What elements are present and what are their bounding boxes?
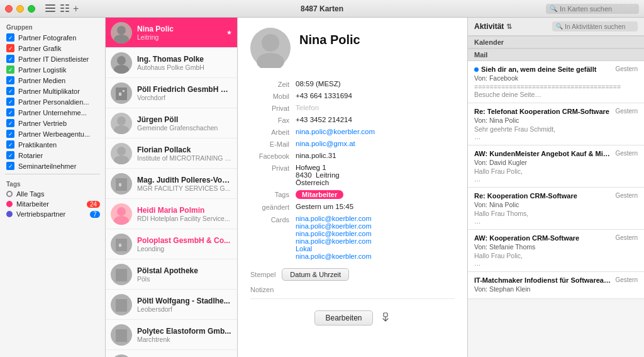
contact-item-juergen-poell[interactable]: Jürgen Pöll Gemeinde Grafenschachen [106, 108, 237, 139]
contact-item-poeltl-wolfgang[interactable]: Pöltl Wolfgang - Stadlhe... Leobersdorf [106, 290, 237, 320]
sidebar-item-partner-grafik[interactable]: ✓ Partner Grafik [0, 43, 105, 54]
checkbox-partner-logistik[interactable]: ✓ [6, 65, 14, 74]
contact-item-poelstal[interactable]: Pölstal Apotheke Pöls [106, 259, 237, 290]
contact-item-thomas-polke[interactable]: Ing. Thomas Polke Autohaus Polke GmbH [106, 48, 237, 78]
activity-search[interactable]: 🔍 [552, 21, 638, 31]
sort-icon[interactable]: ⇅ [506, 23, 512, 31]
sidebar-item-partner-medien[interactable]: ✓ Partner Medien [0, 75, 105, 86]
sidebar-item-partner-it[interactable]: ✓ Partner IT Dienstleister [0, 54, 105, 64]
mail-subject: AW: KundenMeister Angebot Kauf & Miete [474, 150, 611, 157]
card-link-4[interactable]: nina.polic@koerbler.com [296, 237, 453, 245]
stempel-button[interactable]: Datum & Uhrzeit [282, 268, 349, 281]
contact-item-polytec-for-car[interactable]: POLYTEC FOR Car Styli... Hörsching [106, 350, 237, 357]
sidebar-item-partner-logistik[interactable]: ✓ Partner Logistik [0, 64, 105, 75]
checkbox-partner-medien[interactable]: ✓ [6, 76, 14, 84]
sidebar-label: Partner Werbeagentu... [18, 130, 100, 138]
share-button[interactable] [380, 310, 391, 326]
card-link-lokal[interactable]: Lokal [296, 245, 453, 252]
tag-pill-mitarbeiter[interactable]: Mitarbeiter [296, 190, 343, 199]
sidebar-item-partner-fotografen[interactable]: ✓ Partner Fotografen [0, 32, 105, 43]
minimize-button[interactable] [16, 5, 24, 13]
mail-item-kooperation-re[interactable]: Re: Kooperation CRM-Software Gestern Von… [468, 188, 644, 230]
global-search[interactable]: 🔍 [546, 4, 639, 14]
mail-subject: IT-Matchmaker Infodienst für Softwareanb… [474, 276, 611, 284]
checkbox-partner-personal[interactable]: ✓ [6, 98, 14, 106]
mail-date: Gestern [615, 234, 638, 241]
sidebar-item-mitarbeiter[interactable]: Mitarbeiter 24 [0, 199, 105, 209]
sidebar-item-partner-multiplikator[interactable]: ✓ Partner Multiplikator [0, 86, 105, 96]
grid-icon[interactable] [45, 4, 55, 12]
detail-pane: Nina Polic Zeit 08:59 (MESZ) Mobil +43 6… [238, 18, 468, 357]
mail-item-kooperation-aw[interactable]: AW: Kooperation CRM-Software Gestern Von… [468, 230, 644, 272]
sidebar-item-partner-werbe[interactable]: ✓ Partner Werbeagentu... [0, 128, 105, 139]
list-icon[interactable] [60, 4, 69, 13]
svg-rect-12 [119, 183, 121, 186]
sidebar-item-seminarteilnehmer[interactable]: ✓ Seminarteilnehmer [0, 161, 105, 171]
field-value-cards: nina.polic@koerbler.com nina.polic@koerb… [296, 215, 453, 260]
sidebar-item-praktikanten[interactable]: ✓ Praktikanten [0, 139, 105, 150]
detail-row-zeit: Zeit 08:59 (MESZ) [252, 78, 453, 90]
checkbox-partner-fotografen[interactable]: ✓ [6, 33, 14, 42]
card-link-5[interactable]: nina.polic@koerbler.com [296, 252, 453, 260]
mail-item-telefonat[interactable]: Re: Telefonat Kooperation CRM-Software G… [468, 103, 644, 145]
contact-info: Mag. Judith Polleres-Vog... MGR FACILITY… [137, 176, 232, 192]
detail-header: Nina Polic [250, 28, 455, 68]
contact-item-nina-polic[interactable]: Nina Polic Leitring ★ [106, 18, 237, 48]
checkbox-partner-vertrieb[interactable]: ✓ [6, 119, 14, 127]
sidebar-item-rotarier[interactable]: ✓ Rotarier [0, 150, 105, 161]
sidebar-item-partner-unternehme[interactable]: ✓ Partner Unternehme... [0, 107, 105, 118]
field-value-zeit: 08:59 (MESZ) [296, 80, 453, 88]
checkbox-seminarteilnehmer[interactable]: ✓ [6, 162, 14, 170]
sidebar-label: Rotarier [18, 152, 100, 159]
card-link-2[interactable]: nina.polic@koerbler.com [296, 222, 453, 230]
card-link-1[interactable]: nina.polic@koerbler.com [296, 215, 453, 222]
svg-rect-6 [123, 90, 125, 92]
mail-item-it-matchmaker[interactable]: IT-Matchmaker Infodienst für Softwareanb… [468, 272, 644, 299]
contact-info: Pöll Friedrich GesmbH &... Vorchdorf [137, 85, 232, 101]
field-label-email: E-Mail [252, 140, 296, 148]
checkbox-praktikanten[interactable]: ✓ [6, 140, 14, 149]
contact-name: Pölstal Apotheke [137, 266, 232, 275]
checkbox-partner-it[interactable]: ✓ [6, 55, 14, 63]
sidebar-item-vertriebspartner[interactable]: Vertriebspartner 7 [0, 209, 105, 219]
search-input[interactable] [560, 5, 635, 13]
contact-name: Florian Pollack [137, 145, 232, 154]
field-value-arbeit[interactable]: nina.polic@koerbler.com [296, 128, 453, 135]
sidebar-label: Partner Medien [18, 77, 100, 84]
checkbox-partner-werbe[interactable]: ✓ [6, 130, 14, 138]
activity-search-input[interactable] [565, 23, 634, 30]
sidebar-item-partner-vertrieb[interactable]: ✓ Partner Vertrieb [0, 118, 105, 128]
detail-row-email: E-Mail nina.polic@gmx.at [252, 138, 453, 150]
contact-item-judith-polleres[interactable]: Mag. Judith Polleres-Vog... MGR FACILITY… [106, 169, 237, 199]
contact-item-poell-friedrich[interactable]: Pöll Friedrich GesmbH &... Vorchdorf [106, 78, 237, 108]
mail-item-facebook[interactable]: Sieh dir an, wem deine Seite gefällt Ges… [468, 61, 644, 103]
mail-header-left: Re: Kooperation CRM-Software [474, 192, 611, 200]
sidebar-label: Mitarbeiter [16, 200, 83, 208]
maximize-button[interactable] [28, 5, 35, 13]
sidebar-item-partner-personal[interactable]: ✓ Partner Personaldien... [0, 96, 105, 107]
sidebar-divider [5, 174, 100, 174]
sidebar-label: Vertriebspartner [16, 210, 86, 218]
sidebar-label: Partner Unternehme... [18, 109, 100, 116]
field-value-email[interactable]: nina.polic@gmx.at [296, 140, 453, 147]
sidebar-item-alle-tags[interactable]: Alle Tags [0, 189, 105, 199]
svg-point-8 [114, 125, 129, 134]
field-label-geaendert: geändert [252, 203, 296, 211]
bearbeiten-button[interactable]: Bearbeiten [314, 310, 372, 326]
checkbox-partner-unternehme[interactable]: ✓ [6, 108, 14, 116]
close-button[interactable] [5, 5, 13, 13]
mail-header: Re: Telefonat Kooperation CRM-Software G… [474, 108, 638, 115]
add-button[interactable]: + [73, 4, 79, 14]
contact-item-poloplast[interactable]: Poloplast GesmbH & Co... Leonding [106, 229, 237, 259]
contact-item-polytec-elastoform[interactable]: Polytec Elastoform Gmb... Marchtrenk [106, 320, 237, 350]
checkbox-partner-multi[interactable]: ✓ [6, 87, 14, 95]
mail-preview: ======================================Be… [474, 83, 638, 98]
contact-info: Polytec Elastoform Gmb... Marchtrenk [137, 327, 232, 343]
card-link-3[interactable]: nina.polic@koerbler.com [296, 230, 453, 237]
checkbox-partner-grafik[interactable]: ✓ [6, 44, 14, 52]
mail-item-angebot[interactable]: AW: KundenMeister Angebot Kauf & Miete G… [468, 145, 644, 188]
contact-item-florian-pollack[interactable]: Florian Pollack Institute of MICROTRAINI… [106, 139, 237, 169]
contact-item-heidi-polmin[interactable]: Heidi Maria Polmin RDI Hotelplan Facilit… [106, 199, 237, 229]
mail-subject: Sieh dir an, wem deine Seite gefällt [481, 65, 611, 73]
checkbox-rotarier[interactable]: ✓ [6, 151, 14, 159]
